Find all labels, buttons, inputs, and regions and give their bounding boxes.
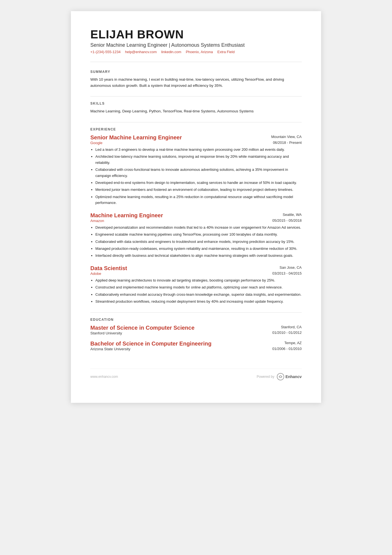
bullet-1-3: Managed production-ready codebases, ensu… [95, 246, 302, 251]
bullet-0-1: Architected low-latency machine learning… [95, 154, 302, 166]
contact-location: Phoenix, Arizona [186, 50, 213, 54]
bullet-1-2: Collaborated with data scientists and en… [95, 239, 302, 245]
job-bullets-2: Applied deep learning architectures to i… [95, 277, 302, 305]
edu-degree-1: Bachelor of Science in Computer Engineer… [90, 340, 212, 347]
bullet-0-0: Led a team of 3 engineers to develop a r… [95, 147, 302, 152]
edu-entry-1: Bachelor of Science in Computer Engineer… [90, 340, 302, 352]
edu-dates-1: 01/2006 - 01/2010 [272, 346, 302, 352]
footer-url: www.enhancv.com [90, 375, 118, 379]
candidate-title: Senior Machine Learning Engineer | Auton… [90, 42, 302, 48]
job-company-1: Amazon [90, 219, 163, 223]
skills-text: Machine Learning, Deep Learning, Python,… [90, 108, 302, 114]
job-title-company-2: Data Scientist Adobe [90, 265, 127, 277]
skills-section: SKILLS Machine Learning, Deep Learning, … [90, 102, 302, 114]
footer-powered-by: Powered by Enhancv [257, 373, 302, 381]
job-bullets-0: Led a team of 3 engineers to develop a r… [95, 147, 302, 206]
edu-dates-0: 01/2010 - 01/2012 [272, 330, 302, 336]
job-title-company-0: Senior Machine Learning Engineer Google [90, 134, 182, 147]
contact-phone: +1-(234)-555-1234 [90, 50, 121, 54]
enhancv-icon [277, 373, 284, 381]
job-header-row-1: Machine Learning Engineer Amazon Seattle… [90, 212, 302, 225]
resume-document: ELIJAH BROWN Senior Machine Learning Eng… [71, 11, 321, 403]
contact-email: help@enhancv.com [125, 50, 157, 54]
bullet-2-3: Streamlined production workflows, reduci… [95, 299, 302, 304]
edu-left-1: Bachelor of Science in Computer Engineer… [90, 340, 212, 351]
svg-point-0 [277, 373, 284, 380]
edu-entry-0: Master of Science in Computer Science St… [90, 324, 302, 336]
job-title-1: Machine Learning Engineer [90, 212, 163, 219]
experience-label: EXPERIENCE [90, 127, 302, 131]
bullet-1-4: Interfaced directly with business and te… [95, 253, 302, 258]
job-bullets-1: Developed personalization and recommenda… [95, 225, 302, 259]
bullet-0-4: Mentored junior team members and fostere… [95, 187, 302, 193]
job-location-date-2: San Jose, CA 03/2013 - 04/2015 [272, 265, 302, 277]
candidate-name: ELIJAH BROWN [90, 28, 302, 41]
edu-degree-0: Master of Science in Computer Science [90, 324, 195, 331]
contact-linkedin: linkedin.com [161, 50, 181, 54]
header-section: ELIJAH BROWN Senior Machine Learning Eng… [90, 28, 302, 62]
enhancv-brand-name: Enhancv [286, 374, 302, 379]
job-location-2: San Jose, CA [272, 265, 302, 271]
job-location-0: Mountain View, CA [271, 134, 302, 140]
page-footer: www.enhancv.com Powered by Enhancv [90, 369, 302, 381]
bullet-0-3: Developed end-to-end systems from design… [95, 180, 302, 186]
summary-section: SUMMARY With 10 years in machine learnin… [90, 70, 302, 88]
job-header-row-2: Data Scientist Adobe San Jose, CA 03/201… [90, 265, 302, 277]
education-label: EDUCATION [90, 318, 302, 322]
job-title-company-1: Machine Learning Engineer Amazon [90, 212, 163, 225]
skills-divider [90, 122, 302, 122]
job-company-0: Google [90, 141, 182, 145]
job-entry-0: Senior Machine Learning Engineer Google … [90, 134, 302, 206]
header-divider [90, 62, 302, 62]
job-header-row-0: Senior Machine Learning Engineer Google … [90, 134, 302, 147]
bullet-0-5: Optimized machine learning models, resul… [95, 194, 302, 206]
job-location-date-0: Mountain View, CA 06/2018 - Present [271, 134, 302, 146]
edu-location-1: Tempe, AZ [272, 340, 302, 346]
job-entry-1: Machine Learning Engineer Amazon Seattle… [90, 212, 302, 259]
bullet-1-1: Engineered scalable machine learning pip… [95, 231, 302, 237]
job-location-date-1: Seattle, WA 05/2015 - 05/2018 [272, 212, 302, 224]
job-location-1: Seattle, WA [272, 212, 302, 218]
job-title-0: Senior Machine Learning Engineer [90, 134, 182, 141]
powered-by-label: Powered by [257, 375, 274, 379]
experience-section: EXPERIENCE Senior Machine Learning Engin… [90, 127, 302, 305]
bullet-2-0: Applied deep learning architectures to i… [95, 277, 302, 283]
summary-divider [90, 96, 302, 97]
experience-divider [90, 312, 302, 313]
edu-school-0: Stanford University [90, 331, 195, 335]
job-entry-2: Data Scientist Adobe San Jose, CA 03/201… [90, 265, 302, 305]
contact-bar: +1-(234)-555-1234 help@enhancv.com linke… [90, 50, 302, 54]
job-dates-2: 03/2013 - 04/2015 [272, 271, 302, 277]
edu-right-1: Tempe, AZ 01/2006 - 01/2010 [272, 340, 302, 352]
edu-location-0: Stanford, CA [272, 324, 302, 330]
summary-label: SUMMARY [90, 70, 302, 74]
skills-label: SKILLS [90, 102, 302, 105]
job-company-2: Adobe [90, 272, 127, 276]
bullet-2-2: Collaboratively enhanced model accuracy … [95, 292, 302, 297]
summary-text: With 10 years in machine learning, I exc… [90, 77, 302, 88]
bullet-1-0: Developed personalization and recommenda… [95, 225, 302, 230]
contact-extra: Extra Field [217, 50, 235, 54]
bullet-2-1: Constructed and implemented machine lear… [95, 284, 302, 290]
edu-right-0: Stanford, CA 01/2010 - 01/2012 [272, 324, 302, 336]
edu-left-0: Master of Science in Computer Science St… [90, 324, 195, 335]
job-title-2: Data Scientist [90, 265, 127, 272]
enhancv-logo: Enhancv [277, 373, 302, 381]
job-dates-1: 05/2015 - 05/2018 [272, 218, 302, 224]
job-dates-0: 06/2018 - Present [271, 140, 302, 146]
education-section: EDUCATION Master of Science in Computer … [90, 318, 302, 352]
edu-school-1: Arizona State University [90, 347, 212, 351]
bullet-0-2: Collaborated with cross-functional teams… [95, 167, 302, 179]
